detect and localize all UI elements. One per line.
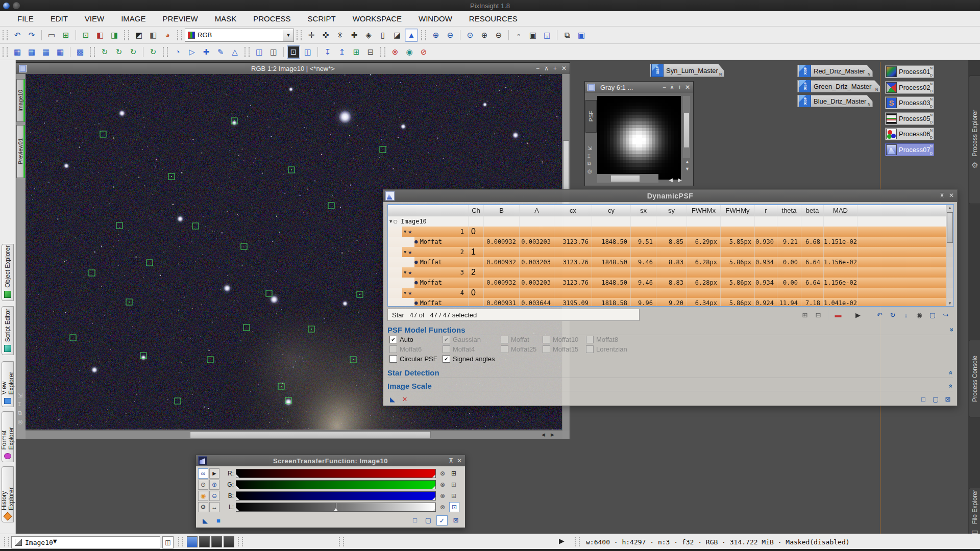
view-mode-selector[interactable]: RGB ▼ [185,29,294,42]
drag-handle[interactable] [339,537,344,546]
column-header-theta[interactable]: theta [777,205,801,216]
menu-workspace[interactable]: WORKSPACE [353,14,402,23]
table-vertical-scrollbar[interactable]: ▲ ▼ [946,205,953,306]
vertical-scrollbar[interactable] [682,96,690,158]
invert-display-icon[interactable]: ◩ [132,29,145,42]
column-header-MAD[interactable]: MAD [824,205,857,216]
window-menu-icon[interactable] [13,2,20,9]
script-editor-icon[interactable]: ✎ [214,45,227,59]
zoom-1-1-icon[interactable]: ⊙ [463,29,477,42]
cancel-icon[interactable]: ✕ [400,394,410,404]
show-main-views-icon[interactable]: ◫ [253,45,266,59]
tab-psf[interactable]: PSF [585,100,597,133]
new-image-window-icon[interactable]: ⊡ [79,29,92,42]
column-header-cx[interactable]: cx [554,205,592,216]
iconized-window-green-driz-master[interactable]: XISF Green_Driz_Master N [797,80,880,92]
table-row-fit[interactable]: ●Moffat0.0009320.0032033123.761848.509.5… [388,237,953,247]
redo-icon[interactable]: ↷ [25,29,38,42]
toolbar-drag-handle[interactable] [3,47,8,57]
column-header-FWHMy[interactable]: FWHMy [721,205,755,216]
pause-icon[interactable]: ◉ [403,45,416,59]
image-window-icon[interactable] [19,65,27,72]
workspace-1-icon[interactable]: ▦ [11,45,24,59]
camera-icon[interactable]: ◉ [914,309,925,320]
undo-icon[interactable]: ↶ [11,29,24,42]
checkbox-lorentzian[interactable]: Lorentzian [586,344,657,354]
save-project-icon[interactable]: ⊞ [350,45,363,59]
menu-view[interactable]: VIEW [85,14,104,23]
new-instance-icon[interactable]: ◣ [387,394,398,404]
sidebar-tab-history-explorer[interactable]: History Explorer [2,466,14,522]
stf-gradient-red[interactable] [236,469,436,478]
target-icon[interactable]: ◎ [18,418,23,425]
table-row-image[interactable]: ▼▢ Image10 [388,216,953,227]
reload-view-icon[interactable]: ↻ [127,45,140,59]
sidebar-tab-view-explorer[interactable]: View Explorer [2,361,14,407]
section-psf-model-functions[interactable]: PSF Model Functions « [387,324,953,335]
stop-icon[interactable]: ⊘ [417,45,430,59]
toolbar-drag-handle[interactable] [124,30,129,40]
pointer-icon[interactable]: ► [209,468,219,479]
dock-tab-file-explorer[interactable]: File Explorer▤ [969,488,980,540]
edit-stf-icon[interactable]: ⚙ [198,502,208,512]
dynamicpsf-titlebar[interactable]: DynamicPSF ⊼ ✕ [383,190,957,202]
horizontal-scrollbar[interactable]: ◀ ▶ [26,430,562,439]
section-image-scale[interactable]: Image Scale « [387,381,953,391]
toolbar-drag-handle[interactable] [421,30,426,40]
monitor-icon[interactable]: ⊡ [449,502,459,512]
target-icon[interactable]: ◎ [587,168,592,174]
zoom-out-alt-icon[interactable]: ⊖ [492,29,505,42]
checkbox-moffat15[interactable]: Moffat15 [543,344,586,354]
dynamicpsf-dialog[interactable]: DynamicPSF ⊼ ✕ ChBAcxcysxsyFWHMxFWHMyrth… [383,189,958,406]
regenerate-icon[interactable]: ↻ [887,309,898,320]
export-table-icon[interactable]: ▢ [927,309,938,320]
expand-section-icon[interactable]: « [947,384,955,387]
fit-view-icon[interactable]: ✜ [319,29,332,42]
duplicate-view-icon[interactable]: ⊞ [59,29,72,42]
preferences-icon[interactable]: □ [410,515,420,524]
track-view-icon[interactable]: ■ [213,516,224,525]
duplicate-icon[interactable]: ⧉ [18,410,23,416]
new-instance-icon[interactable]: ◣ [200,516,210,525]
window-corner-tools[interactable]: ⇲ ⌶ ⧉ ◎ [587,145,592,174]
channel-split-icon[interactable]: ◧ [93,29,107,42]
stf-dialog[interactable]: ScreenTransferFunction: Image10 ⊼ ✕ ∞►R:… [195,455,465,528]
maximize-icon[interactable]: + [678,84,681,91]
menu-script[interactable]: SCRIPT [308,14,336,23]
scroll-right-icon[interactable]: ▶ [678,177,682,183]
reset-channel-icon[interactable]: ⊗ [438,480,447,489]
menu-edit[interactable]: EDIT [51,14,68,23]
checkbox-moffat4[interactable]: Moffat4 [443,344,501,354]
maximize-icon[interactable]: + [553,65,557,72]
reset-stretch-icon[interactable]: ▣ [575,29,588,42]
tile-windows-icon[interactable]: ▩ [74,45,87,59]
psf-window-titlebar[interactable]: Gray 6:1 ... − ⊼ + ✕ [585,82,693,93]
checkbox-moffat10[interactable]: Moffat10 [543,335,586,344]
checkbox-gaussian[interactable]: ✔Gaussian [443,335,501,344]
zoom-in-alt-icon[interactable]: ⊕ [478,29,491,42]
frame-icon[interactable]: ⌶ [587,153,592,159]
midtone-grid-icon[interactable]: ⊞ [449,480,458,489]
scroll-left-icon[interactable]: ◀ [542,431,545,439]
reset-channel-icon[interactable]: ⊗ [438,491,447,500]
table-row-star[interactable]: ▼★10 [388,227,953,237]
edit-preview-icon[interactable]: ▣ [526,29,540,42]
reset-channel-icon[interactable]: ⊗ [438,469,447,478]
close-icon[interactable]: ✕ [949,192,954,199]
dock-tab-process-console[interactable]: Process Console [969,340,980,417]
table-row-fit[interactable]: ●Moffat0.0009310.0036443195.091818.589.9… [388,298,953,307]
documentation-icon[interactable]: ▢ [930,394,941,404]
workspace-swatch-4[interactable] [224,536,234,547]
shade-icon[interactable]: ⊼ [940,192,944,199]
dynamic-mode-icon[interactable]: ▲ [405,29,418,42]
iconized-window-blue-driz-master[interactable]: XISF Blue_Driz_Master N [797,95,873,107]
new-preview-icon[interactable]: ▫ [512,29,525,42]
enable-stf-icon[interactable]: ✓ [436,515,448,525]
toolbar-drag-handle[interactable] [297,30,302,40]
show-previews-icon[interactable]: ◫ [267,45,280,59]
shift-icon[interactable]: ↔ [209,502,219,512]
minimize-icon[interactable]: − [663,84,666,91]
screen-stretch-icon[interactable]: ⧉ [560,29,574,42]
table-row-star[interactable]: ▼★21 [388,247,953,257]
menu-process[interactable]: PROCESS [253,14,290,23]
